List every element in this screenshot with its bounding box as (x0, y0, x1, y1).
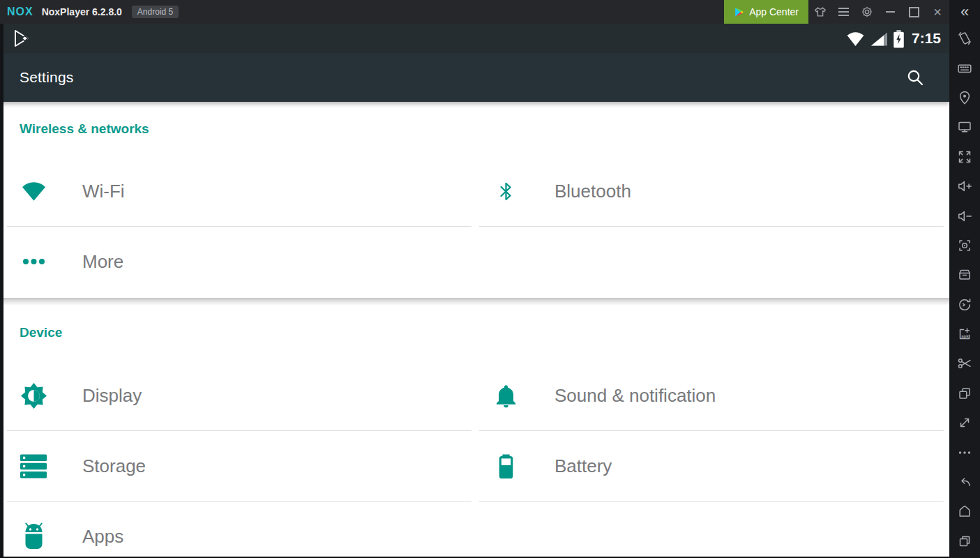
tshirt-icon (813, 6, 827, 18)
signal-status-icon (870, 31, 888, 46)
window-title-bar: NOX NoxPlayer 6.2.8.0 Android 5 App Cent… (0, 0, 949, 24)
list-item-bluetooth[interactable]: Bluetooth (479, 156, 944, 227)
monitor-icon (957, 119, 972, 135)
virtual-location-button[interactable] (949, 83, 980, 112)
section-device: Device Display (0, 305, 949, 558)
window-title: NoxPlayer 6.2.8.0 (42, 6, 122, 17)
drawer-icon (957, 267, 972, 282)
more-icon (957, 445, 972, 460)
search-icon (906, 68, 924, 86)
list-item-label: Wi-Fi (82, 181, 125, 202)
hamburger-icon (838, 7, 850, 17)
close-icon: × (933, 5, 942, 19)
collapse-icon: « (960, 4, 969, 20)
shake-icon (957, 31, 972, 46)
install-apk-button[interactable]: apk (949, 319, 980, 349)
fullscreen-icon (957, 149, 972, 165)
multi-window-button[interactable] (949, 379, 980, 408)
android-recents-button[interactable] (949, 527, 980, 556)
bell-icon (492, 384, 519, 408)
fullscreen-button[interactable] (949, 142, 980, 172)
virtual-keyboard-button[interactable] (949, 53, 980, 82)
close-button[interactable]: × (928, 3, 947, 21)
multi-window-icon (957, 386, 972, 401)
keyboard-icon (957, 61, 972, 76)
android-status-bar: 7:15 (0, 24, 949, 53)
settings-app-bar: Settings (0, 53, 949, 102)
status-clock: 7:15 (912, 30, 941, 47)
list-item-wifi[interactable]: Wi-Fi (7, 156, 472, 227)
sync-script-icon (957, 297, 972, 312)
battery-charging-icon (893, 29, 905, 48)
shake-button[interactable] (949, 24, 980, 53)
storage-icon (20, 454, 47, 478)
home-icon (957, 504, 972, 519)
apk-install-icon: apk (957, 326, 972, 342)
screenshot-icon (957, 238, 972, 253)
scissors-icon (957, 356, 972, 371)
wifi-icon (20, 181, 47, 202)
resize-window-button[interactable] (949, 408, 980, 437)
section-header: Device (0, 305, 949, 361)
android-robot-icon (20, 522, 47, 551)
list-item-apps[interactable]: Apps (7, 502, 472, 558)
minimize-button[interactable] (882, 3, 900, 21)
location-icon (957, 90, 972, 105)
battery-icon (492, 454, 519, 478)
maximize-icon (909, 7, 919, 17)
list-item-label: Display (82, 385, 142, 407)
shared-folder-button[interactable] (949, 260, 980, 289)
nox-logo: NOX (7, 6, 33, 18)
list-item-label: Battery (555, 455, 612, 477)
list-item-label: Storage (82, 455, 146, 477)
recents-icon (957, 534, 972, 549)
skin-theme-button[interactable] (811, 3, 829, 21)
minimize-icon (886, 11, 895, 13)
operation-record-button[interactable] (949, 290, 980, 319)
empty-cell (479, 227, 944, 296)
app-center-button[interactable]: App Center (724, 0, 808, 24)
noxplayer-window: NOX NoxPlayer 6.2.8.0 Android 5 App Cent… (0, 0, 980, 558)
list-item-sound-notification[interactable]: Sound & notification (479, 361, 944, 431)
volume-down-button[interactable] (949, 201, 980, 230)
volume-down-icon (957, 209, 972, 224)
list-item-label: Bluetooth (555, 181, 631, 202)
empty-cell (479, 502, 944, 558)
maximize-button[interactable] (905, 3, 923, 21)
settings-gear-button[interactable] (858, 3, 876, 21)
screenshot-button[interactable] (949, 231, 980, 260)
screen-resolution-button[interactable] (949, 112, 980, 142)
section-header: Wireless & networks (0, 102, 949, 156)
play-store-outline-icon (11, 29, 32, 48)
collapse-toolbar-button[interactable]: « (949, 0, 980, 24)
android-home-button[interactable] (949, 497, 980, 526)
brightness-icon (20, 383, 47, 409)
cut-button[interactable] (949, 349, 980, 378)
search-button[interactable] (900, 63, 930, 92)
svg-text:apk: apk (961, 334, 969, 338)
android-back-button[interactable] (949, 467, 980, 497)
google-play-icon (734, 7, 744, 17)
list-item-storage[interactable]: Storage (7, 431, 472, 502)
bluetooth-icon (492, 181, 519, 202)
section-wireless-networks: Wireless & networks Wi-Fi (0, 102, 949, 298)
volume-up-button[interactable] (949, 172, 980, 201)
menu-button[interactable] (834, 3, 852, 21)
list-item-more[interactable]: More (7, 227, 472, 296)
page-title: Settings (20, 69, 73, 86)
back-icon (957, 474, 972, 490)
list-item-label: Apps (82, 526, 123, 548)
list-item-display[interactable]: Display (7, 361, 472, 431)
more-options-button[interactable] (949, 437, 980, 467)
resize-diagonal-icon (957, 415, 972, 430)
card-divider (0, 298, 949, 305)
volume-up-icon (957, 179, 972, 194)
settings-content: Wireless & networks Wi-Fi (0, 102, 949, 558)
list-item-battery[interactable]: Battery (479, 431, 944, 502)
gear-icon (861, 6, 873, 18)
window-left-border (0, 24, 3, 558)
emulator-toolbar: « (949, 0, 980, 558)
more-dots-icon (20, 258, 47, 265)
list-item-label: More (82, 251, 123, 273)
wifi-status-icon (846, 31, 865, 46)
